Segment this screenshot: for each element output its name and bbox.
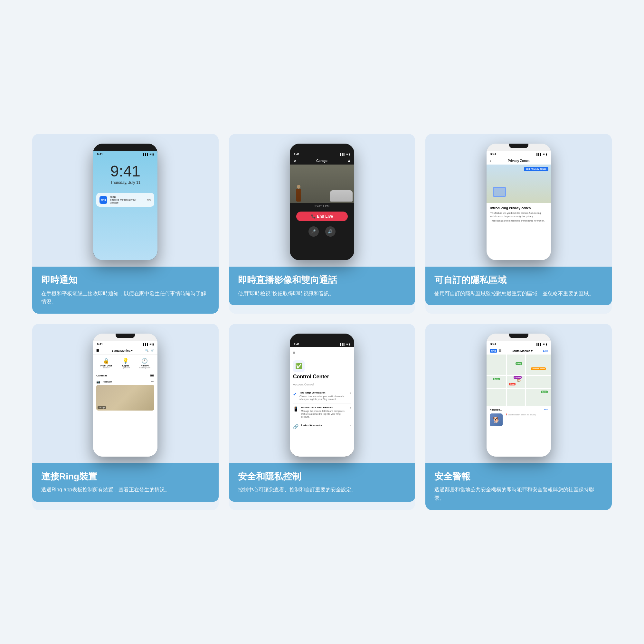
control-item-devices[interactable]: 📱 Authorized Client Devices Manage the p… xyxy=(293,403,351,421)
phone-area-1: 9:41 ▌▌▌ ≋ ▮ 9:41 Thursday, July 11 ring… xyxy=(32,134,219,267)
privacy-intro: Introducing Privacy Zones. This feature … xyxy=(487,203,551,227)
card-title-3: 可自訂的隱私區域 xyxy=(434,274,603,286)
card-title-5: 安全和隱私控制 xyxy=(238,471,406,482)
history-icon: 🕐 xyxy=(139,358,150,364)
dashboard-item-lights[interactable]: 💡 Lights Lights Off xyxy=(121,358,130,369)
unknown-visitor-badge: Unknown Visitor xyxy=(531,367,545,370)
garage-header: ✕ Garage ⚙ xyxy=(290,157,354,165)
devices-title: Authorized Client Devices xyxy=(301,406,347,409)
hamburger-icon-6[interactable]: ☰ xyxy=(498,349,501,353)
phone-notch-1 xyxy=(93,144,157,151)
notif-time: now xyxy=(147,199,151,201)
card-safety-alert: 9:41 ▌▌▌ ≋ ▮ ring ☰ Santa Monica ▾ xyxy=(425,324,612,510)
phone-screen-6: 9:41 ▌▌▌ ≋ ▮ ring ☰ Santa Monica ▾ xyxy=(487,341,551,457)
verification-text: Two-Step Verification Choose how to rece… xyxy=(299,391,347,401)
speaker-button[interactable]: 🔊 xyxy=(325,226,336,237)
camera-icon: 📷 xyxy=(96,380,100,384)
lights-status: Lights Off xyxy=(121,367,130,369)
camera-more-icon[interactable]: ••• xyxy=(151,380,155,384)
hamburger-icon[interactable]: ☰ xyxy=(96,349,99,352)
camera-view-toggle[interactable]: ⊞⊟ xyxy=(150,374,154,377)
card-live-video: 9:41 ▌▌▌ ≋ ▮ ✕ Garage ⚙ xyxy=(229,134,415,314)
phone-area-5: 9:41 ▌▌▌ ≋ ▮ ☰ ✅ Control Center Account … xyxy=(229,324,415,463)
dashboard-item-door[interactable]: 🔒 Front Door Locked xyxy=(100,358,112,369)
lock-clock: 9:41 xyxy=(96,164,154,179)
mute-button[interactable]: 🎤 xyxy=(308,226,319,237)
phone-neighbors: 9:41 ▌▌▌ ≋ ▮ ring ☰ Santa Monica ▾ xyxy=(487,334,551,457)
phone-lockscreen: 9:41 ▌▌▌ ≋ ▮ 9:41 Thursday, July 11 ring… xyxy=(93,144,157,260)
list-label[interactable]: List xyxy=(543,349,547,352)
edit-privacy-zones-button[interactable]: EDIT PRIVACY ZONES xyxy=(524,167,548,171)
control-item-linked[interactable]: 🔗 Linked Accounts › xyxy=(293,421,351,432)
chevron-down-icon: ▾ xyxy=(131,349,133,352)
map-road-h2 xyxy=(487,388,551,389)
privacy-header-title: Privacy Zones xyxy=(508,159,530,163)
control-item-verification[interactable]: ✔ Two-Step Verification Choose how to re… xyxy=(293,389,351,403)
lock-time: 9:41 Thursday, July 11 xyxy=(93,157,157,188)
hamburger-icon-5[interactable]: ☰ xyxy=(293,351,295,354)
hallway-thumbnail: 3s ago xyxy=(96,385,154,411)
live-timestamp: 9:41:11 PM xyxy=(290,203,354,209)
text-area-1: 即時通知 在手機和平板電腦上接收即時通知，以便在家中發生任何事情時隨時了解情況。 xyxy=(32,267,219,314)
card-desc-6: 透過鄰居和當地公共安全機構的即時犯罪和安全警報與您的社區保持聯繫。 xyxy=(434,486,603,502)
notif-app-name: Ring xyxy=(110,195,144,198)
map-header: ring ☰ Santa Monica ▾ List xyxy=(487,347,551,355)
ring-logo-notif: ring xyxy=(99,196,107,204)
control-center-icon: ✅ xyxy=(293,360,305,372)
location-label: Santa Monica xyxy=(112,349,130,352)
neighbors-header: Neighbo... ••• xyxy=(490,408,548,412)
phone-screen-5: 9:41 ▌▌▌ ≋ ▮ ☰ ✅ Control Center Account … xyxy=(290,341,354,457)
gear-icon[interactable]: ⚙ xyxy=(347,159,350,163)
phone-dashboard: 9:41 ▌▌▌ ≋ ▮ ☰ Santa Monica ▾ 🔍 xyxy=(93,334,157,457)
search-icon[interactable]: 🔍 xyxy=(145,349,149,352)
card-title-6: 安全警報 xyxy=(434,471,603,482)
card-instant-notification: 9:41 ▌▌▌ ≋ ▮ 9:41 Thursday, July 11 ring… xyxy=(32,134,219,314)
devices-text: Authorized Client Devices Manage the pho… xyxy=(301,406,347,418)
phone-notch-2 xyxy=(290,144,354,151)
cameras-section: Cameras ⊞⊟ 📷 Hallway ••• 3s ago xyxy=(93,372,157,412)
map-view[interactable]: Safety Safety Safety Crime 🏠 Unknown Vis… xyxy=(487,355,551,406)
location-selector[interactable]: Santa Monica ▾ xyxy=(112,349,133,352)
camera-name: Hallway xyxy=(103,380,112,383)
safety-badge-3: Safety xyxy=(541,391,548,393)
text-area-2: 即時直播影像和雙向通話 使用"即時檢視"按鈕取得即時視訊和音訊。 xyxy=(229,267,415,305)
end-live-button[interactable]: 📞 End Live xyxy=(296,212,348,221)
notif-message: There is motion at your Garage xyxy=(110,198,144,204)
card-title-2: 即時直播影像和雙向通話 xyxy=(238,274,406,286)
notif-text: Ring There is motion at your Garage xyxy=(110,195,144,204)
location-privacy-text: Exact location hidden for privacy xyxy=(508,414,536,416)
camera-list-item[interactable]: 📷 Hallway ••• xyxy=(96,379,154,385)
signal-2: ▌▌▌ ≋ ▮ xyxy=(340,153,350,156)
card-security-privacy: 9:41 ▌▌▌ ≋ ▮ ☰ ✅ Control Center Account … xyxy=(229,324,415,510)
garage-title: Garage xyxy=(316,159,327,163)
cart-icon[interactable]: 🛒 xyxy=(151,349,154,352)
privacy-header: ‹ Privacy Zones xyxy=(487,157,551,165)
signal-6: ▌▌▌ ≋ ▮ xyxy=(536,343,547,346)
status-time-6: 9:41 xyxy=(490,343,496,346)
dashboard-item-history[interactable]: 🕐 History Nothing New xyxy=(139,358,150,369)
ring-logo-map: ring xyxy=(490,349,497,353)
hallway-timestamp: 3s ago xyxy=(98,406,106,409)
map-location-selector[interactable]: Santa Monica ▾ xyxy=(512,349,533,353)
control-center-header: ☰ xyxy=(290,347,354,357)
dashboard-header: ☰ Santa Monica ▾ 🔍 🛒 xyxy=(93,347,157,355)
liveview-content: ✕ Garage ⚙ 9:41:11 PM 📞 xyxy=(290,157,354,260)
phone-notch-5 xyxy=(290,334,354,341)
lights-icon: 💡 xyxy=(121,358,130,364)
chevron-right-icon-2: › xyxy=(350,406,351,410)
phone-screen-1: 9:41 ▌▌▌ ≋ ▮ 9:41 Thursday, July 11 ring… xyxy=(93,151,157,260)
phone-notch-6 xyxy=(487,334,551,341)
back-arrow-icon[interactable]: ‹ xyxy=(490,159,491,163)
close-icon[interactable]: ✕ xyxy=(294,159,296,163)
status-time-1: 9:41 xyxy=(97,153,103,156)
privacy-intro-title: Introducing Privacy Zones. xyxy=(490,206,547,210)
map-chevron-down: ▾ xyxy=(531,349,533,353)
control-center-title: Control Center xyxy=(293,374,351,380)
signal-1: ▌▌▌ ≋ ▮ xyxy=(143,153,154,156)
status-bar-5: 9:41 ▌▌▌ ≋ ▮ xyxy=(290,341,354,347)
neighbors-more-icon[interactable]: ••• xyxy=(544,408,548,412)
privacy-intro-text1: This feature lets you block the camera f… xyxy=(490,212,547,218)
history-status: Nothing New xyxy=(139,367,150,369)
card-desc-5: 控制中心可讓您查看、控制和自訂重要的安全設定。 xyxy=(238,486,406,494)
status-bar-6: 9:41 ▌▌▌ ≋ ▮ xyxy=(487,341,551,347)
